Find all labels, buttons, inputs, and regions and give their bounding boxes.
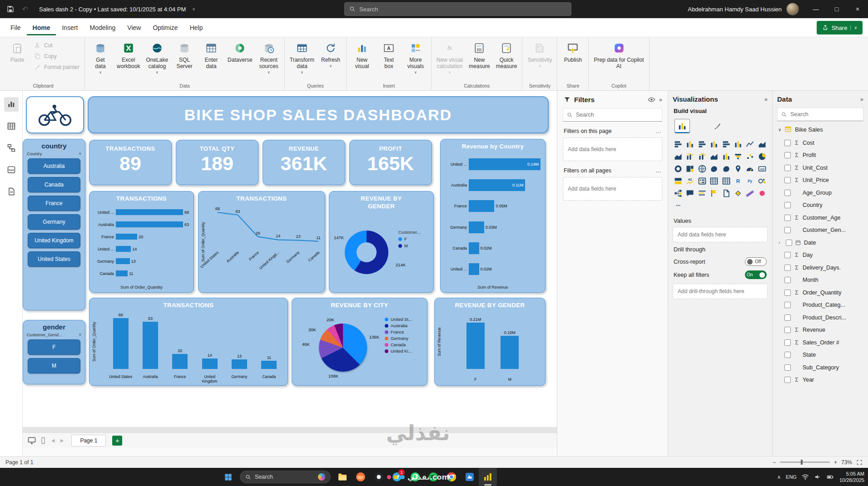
bar-row[interactable]: Australia63 [93, 221, 189, 227]
column-bar[interactable]: 11 [254, 355, 284, 369]
python-visual-icon[interactable]: Py [744, 176, 755, 187]
excel-workbook-button[interactable]: Excel workbook [114, 39, 143, 70]
card-icon[interactable]: 123 [757, 163, 768, 174]
field-customer-gen[interactable]: Customer_Gen... [777, 224, 863, 237]
matrix-icon[interactable] [721, 176, 732, 187]
r-script-icon[interactable]: R [733, 176, 744, 187]
new-visual-button[interactable]: New visual [349, 39, 375, 70]
expand-icon[interactable]: › [779, 240, 783, 245]
field-country[interactable]: Country [777, 199, 863, 212]
ribbon-chart-icon[interactable] [709, 151, 719, 162]
taskbar-search[interactable]: Search [240, 471, 331, 483]
format-visual-tab[interactable] [710, 119, 725, 133]
filled-map-icon[interactable] [709, 163, 719, 174]
dax-query-view-icon[interactable]: DAX [4, 162, 19, 177]
line-chart-icon[interactable] [744, 139, 755, 150]
bar-row[interactable]: Canada11 [93, 270, 189, 276]
legend-item[interactable]: Canada [385, 342, 412, 347]
field-checkbox[interactable] [784, 277, 791, 283]
bar-row[interactable]: Germany0.03M [444, 221, 541, 233]
slicer-button-germany[interactable]: Germany [28, 214, 80, 230]
user-name[interactable]: Abdelrahman Hamdy Saad Hussien [688, 6, 782, 13]
country-slicer[interactable]: country Country ∨ AustraliaCanadaFranceG… [23, 139, 85, 310]
share-button[interactable]: Share ∨ [817, 21, 863, 34]
scatter-chart-icon[interactable] [744, 151, 755, 162]
tmdl-view-icon[interactable] [4, 184, 19, 199]
field-month[interactable]: Month [777, 274, 863, 287]
power-automate-icon[interactable] [744, 188, 755, 199]
legend-item[interactable]: Australia [385, 323, 412, 328]
build-visual-tab[interactable] [675, 119, 690, 133]
field-sales-order[interactable]: ΣSales_Order # [777, 336, 863, 349]
recent-sources-button[interactable]: Recent sources∨ [256, 39, 282, 75]
kpi-card-total-qty[interactable]: TOTAL QTY 189 [176, 140, 258, 185]
publish-button[interactable]: Publish [560, 39, 586, 64]
new-page-button[interactable]: + [112, 436, 122, 446]
table-view-icon[interactable] [4, 119, 19, 133]
zoom-slider[interactable] [780, 461, 830, 463]
bar-row[interactable]: United ...0.14M [444, 158, 541, 170]
user-avatar[interactable] [786, 3, 799, 15]
slicer-button-canada[interactable]: Canada [28, 177, 80, 192]
media-app-icon[interactable] [370, 468, 388, 486]
legend-item[interactable]: Germany [385, 336, 412, 341]
dashboard-title-card[interactable]: BIKE SHOP SALES DASHBOARD [88, 96, 549, 133]
model-view-icon[interactable] [4, 141, 19, 155]
funnel-chart-icon[interactable] [733, 151, 744, 162]
enter-data-button[interactable]: Enter data [198, 39, 224, 70]
stacked-area-chart-icon[interactable] [673, 151, 684, 162]
field-state[interactable]: State [777, 349, 863, 362]
save-icon[interactable] [5, 4, 15, 14]
gauge-icon[interactable] [744, 163, 755, 174]
transactions-line-chart[interactable]: TRANSACTIONS Sum of Order_Quantity 68632… [198, 191, 325, 293]
collapse-pane-icon[interactable]: » [764, 96, 768, 103]
spotify-icon[interactable] [424, 468, 442, 486]
page-filters-dropzone[interactable]: Add data fields here [563, 137, 662, 161]
field-checkbox[interactable] [784, 177, 791, 183]
kpi-card-revenue[interactable]: REVENUE 361K [263, 140, 345, 185]
field-checkbox[interactable] [784, 190, 791, 196]
field-sub-category[interactable]: Sub_Category [777, 361, 863, 374]
menu-tab-help[interactable]: Help [184, 20, 209, 35]
clustered-column-chart-icon[interactable] [709, 139, 719, 150]
minimize-button[interactable]: — [805, 0, 826, 18]
quick-measure-button[interactable]: Quick measure [493, 39, 520, 70]
prep-data-for-copilot-ai-button[interactable]: Prep data for Copilot AI [591, 39, 646, 70]
field-checkbox[interactable] [784, 165, 791, 171]
slicer-button-m[interactable]: M [28, 358, 80, 373]
field-delivery-days[interactable]: ΣDelivery_Days. [777, 261, 863, 274]
slicer-button-france[interactable]: France [28, 196, 80, 211]
map-icon[interactable] [697, 163, 708, 174]
table-bike-sales[interactable]: ∨ Bike Sales [778, 126, 863, 133]
mobile-layout-icon[interactable] [39, 437, 47, 445]
field-checkbox[interactable] [784, 377, 791, 383]
get-data-button[interactable]: Get data∨ [87, 39, 114, 75]
stacked-column-chart-icon[interactable] [684, 139, 695, 150]
bar-row[interactable]: Canada0.02M [444, 242, 541, 254]
field-checkbox[interactable] [784, 140, 791, 146]
slicer-button-f[interactable]: F [28, 339, 80, 355]
menu-tab-view[interactable]: View [121, 20, 147, 35]
field-day[interactable]: ΣDay [777, 249, 863, 262]
bar-row[interactable]: France20 [93, 234, 189, 240]
cross-report-toggle[interactable]: Off [745, 257, 767, 266]
field-unit-price[interactable]: ΣUnit_Price [777, 174, 863, 187]
bar-row[interactable]: United ...14 [93, 246, 189, 252]
key-influencers-icon[interactable] [757, 176, 768, 187]
refresh-button[interactable]: Refresh∨ [317, 39, 344, 69]
drill-through-dropzone[interactable]: Add drill-through fields here [673, 284, 768, 299]
100-stacked-column-chart-icon[interactable] [733, 139, 744, 150]
page-tab[interactable]: Page 1 [71, 435, 106, 447]
slicer-button-united-states[interactable]: United States [28, 251, 80, 267]
field-checkbox[interactable] [784, 352, 791, 358]
slicer-field-header[interactable]: Customer_Gend... ∨ [23, 331, 85, 338]
keep-all-filters-toggle[interactable]: On [745, 270, 767, 279]
kpi-icon[interactable]: 42 [684, 176, 695, 187]
arcgis-map-icon[interactable] [757, 188, 768, 199]
kpi-card-transactions[interactable]: TRANSACTIONS 89 [89, 140, 172, 185]
previous-page-icon[interactable]: ◀ [50, 438, 56, 443]
legend-item[interactable]: United St... [385, 317, 412, 322]
field-checkbox[interactable] [784, 202, 791, 208]
field-product-descri[interactable]: Product_Descri... [777, 311, 863, 324]
legend-item[interactable]: France [385, 329, 412, 334]
